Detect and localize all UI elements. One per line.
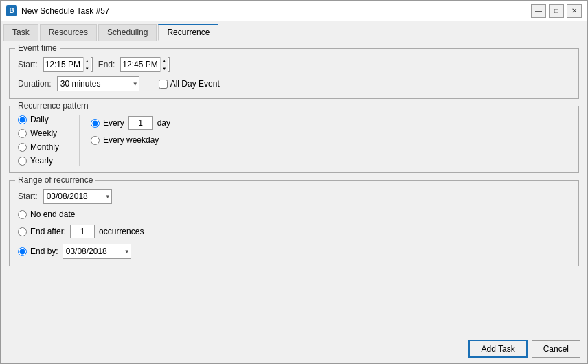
day-label: day: [157, 118, 170, 128]
end-time-up[interactable]: ▲: [161, 57, 168, 65]
end-time-field[interactable]: ▲ ▼: [120, 57, 170, 72]
start-label: Start:: [18, 60, 38, 69]
recurrence-inner: Daily Weekly Monthly Yearly: [18, 115, 570, 166]
app-icon: B: [6, 5, 17, 16]
event-time-label: Event time: [15, 43, 60, 53]
end-label: End:: [98, 60, 115, 69]
weekly-label: Weekly: [30, 128, 57, 138]
tab-task[interactable]: Task: [3, 24, 38, 41]
end-time-input[interactable]: [122, 60, 160, 69]
end-by-label: End by:: [30, 247, 58, 256]
yearly-radio-label[interactable]: Yearly: [18, 156, 71, 166]
bottom-bar: Add Task Cancel: [1, 334, 587, 363]
end-time-down[interactable]: ▼: [161, 65, 168, 72]
start-time-input[interactable]: [45, 60, 83, 69]
all-day-checkbox-label[interactable]: All Day Event: [159, 79, 220, 89]
every-weekday-radio-label[interactable]: Every weekday: [91, 135, 570, 145]
daily-label: Daily: [30, 115, 49, 124]
tab-recurrence[interactable]: Recurrence: [158, 24, 218, 41]
start-time-spinner: ▲ ▼: [83, 57, 91, 72]
yearly-label: Yearly: [30, 156, 53, 166]
duration-row: Duration: 30 minutes 15 minutes 1 hour 2…: [18, 76, 570, 91]
end-by-date-select[interactable]: 03/08/2018: [63, 244, 131, 259]
end-by-row: End by: 03/08/2018 ▼: [18, 244, 570, 259]
end-time-spinner: ▲ ▼: [160, 57, 168, 72]
every-weekday-label: Every weekday: [103, 135, 159, 145]
daily-radio-label[interactable]: Daily: [18, 115, 71, 124]
every-radio-label[interactable]: Every: [91, 118, 124, 128]
monthly-label: Monthly: [30, 142, 59, 152]
every-radio[interactable]: [91, 119, 100, 128]
occurrences-label: occurrences: [99, 227, 144, 236]
recurrence-right: Every day Every weekday: [80, 115, 570, 166]
end-by-radio[interactable]: [18, 247, 27, 256]
range-recurrence-group: Range of recurrence Start: 03/08/2018 ▼ …: [9, 180, 579, 266]
end-after-label: End after:: [30, 227, 66, 236]
duration-select[interactable]: 30 minutes 15 minutes 1 hour 2 hours: [57, 76, 139, 91]
end-after-radio-label[interactable]: End after:: [18, 227, 66, 236]
yearly-radio[interactable]: [18, 157, 27, 166]
every-label: Every: [103, 118, 124, 128]
end-by-date-wrapper: 03/08/2018 ▼: [63, 244, 131, 259]
window-title: New Schedule Task #57: [21, 6, 110, 16]
start-time-up[interactable]: ▲: [84, 57, 91, 65]
end-after-radio[interactable]: [18, 227, 27, 236]
recurrence-pattern-group: Recurrence pattern Daily Weekly Monthly: [9, 106, 579, 173]
end-by-radio-label[interactable]: End by:: [18, 247, 58, 256]
range-start-date-select[interactable]: 03/08/2018: [43, 189, 112, 204]
every-value-input[interactable]: [128, 116, 153, 130]
no-end-radio-label[interactable]: No end date: [18, 209, 570, 219]
end-after-input[interactable]: [70, 225, 95, 238]
cancel-button[interactable]: Cancel: [532, 340, 580, 358]
no-end-label: No end date: [30, 209, 75, 219]
monthly-radio-label[interactable]: Monthly: [18, 142, 71, 152]
start-time-down[interactable]: ▼: [84, 65, 91, 72]
weekly-radio[interactable]: [18, 129, 27, 138]
range-recurrence-label: Range of recurrence: [15, 175, 95, 185]
window-controls: — □ ✕: [531, 4, 582, 18]
every-weekday-radio[interactable]: [91, 136, 100, 145]
weekly-radio-label[interactable]: Weekly: [18, 128, 71, 138]
add-task-button[interactable]: Add Task: [468, 340, 527, 358]
start-time-field[interactable]: ▲ ▼: [43, 57, 93, 72]
maximize-button[interactable]: □: [549, 4, 564, 18]
every-day-row: Every day: [91, 116, 570, 130]
close-button[interactable]: ✕: [567, 4, 582, 18]
daily-radio[interactable]: [18, 115, 27, 124]
end-after-row: End after: occurrences: [18, 225, 570, 238]
recurrence-left: Daily Weekly Monthly Yearly: [18, 115, 80, 166]
start-end-row: Start: ▲ ▼ End: ▲ ▼: [18, 57, 570, 72]
title-bar-left: B New Schedule Task #57: [6, 5, 110, 16]
tab-content: Event time Start: ▲ ▼ End: ▲ ▼: [1, 41, 587, 334]
tab-scheduling[interactable]: Scheduling: [98, 24, 157, 41]
all-day-checkbox[interactable]: [159, 80, 168, 89]
title-bar: B New Schedule Task #57 — □ ✕: [1, 1, 587, 21]
tab-resources[interactable]: Resources: [40, 24, 97, 41]
monthly-radio[interactable]: [18, 143, 27, 152]
minimize-button[interactable]: —: [531, 4, 546, 18]
range-start-date-wrapper: 03/08/2018 ▼: [43, 189, 112, 204]
no-end-radio[interactable]: [18, 210, 27, 219]
duration-select-wrapper: 30 minutes 15 minutes 1 hour 2 hours ▼: [57, 76, 139, 91]
range-start-label: Start:: [18, 192, 38, 201]
tab-bar: Task Resources Scheduling Recurrence: [1, 21, 587, 41]
duration-label: Duration:: [18, 79, 52, 89]
all-day-label: All Day Event: [170, 79, 220, 89]
range-start-row: Start: 03/08/2018 ▼: [18, 189, 570, 204]
range-inner: Start: 03/08/2018 ▼ No end date: [18, 189, 570, 259]
recurrence-pattern-label: Recurrence pattern: [15, 101, 91, 111]
main-window: B New Schedule Task #57 — □ ✕ Task Resou…: [0, 0, 588, 364]
event-time-group: Event time Start: ▲ ▼ End: ▲ ▼: [9, 48, 579, 99]
